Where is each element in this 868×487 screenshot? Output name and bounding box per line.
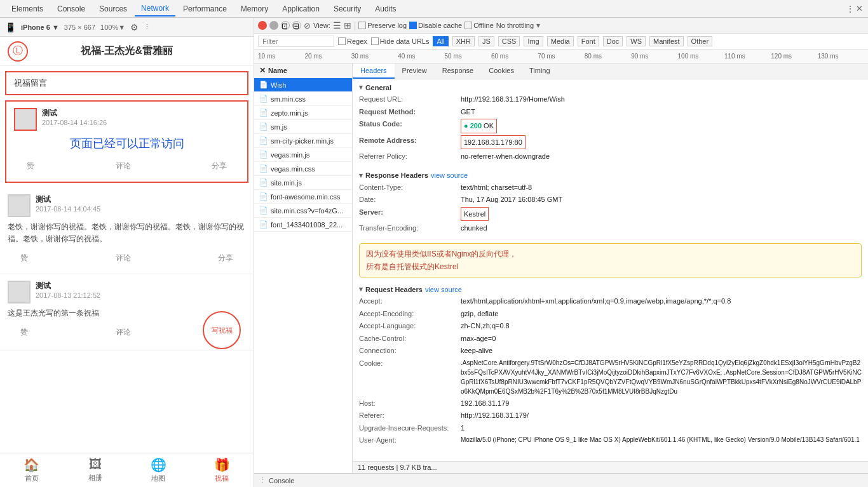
filter-input[interactable] [258,36,334,47]
offline-checkbox[interactable]: Offline [465,22,494,29]
devtools-tab-audits[interactable]: Audits [369,2,402,16]
devtools-tab-memory[interactable]: Memory [234,2,275,16]
type-xhr[interactable]: XHR [452,36,475,46]
type-css[interactable]: CSS [498,36,520,46]
disable-cache-checkbox[interactable]: Disable cache [409,22,462,29]
search-toggle[interactable]: ⊟ [292,21,301,30]
devtools-tab-performance[interactable]: Performance [177,2,233,16]
like-btn-3[interactable]: 赞 [20,327,28,338]
tm-80: 80 ms [585,53,631,60]
share-btn-1[interactable]: 分享 [212,161,227,171]
preserve-log-checkbox[interactable]: Preserve log [358,22,407,29]
file-item-site-css[interactable]: 📄 site.min.css?v=fo4zG... [254,204,352,218]
detail-tab-preview[interactable]: Preview [395,63,435,79]
devtools-tab-security[interactable]: Security [327,2,367,16]
host-label: Host: [359,398,461,409]
type-doc[interactable]: Doc [603,36,623,46]
devtools-tab-console[interactable]: Console [51,2,92,16]
comment-btn-1[interactable]: 评论 [116,161,131,171]
type-img[interactable]: Img [524,36,543,46]
view-icon-2[interactable]: ⊞ [344,20,351,30]
like-btn-2[interactable]: 赞 [20,253,28,264]
share-btn-2[interactable]: 分享 [218,253,233,264]
file-item-sm-city[interactable]: 📄 sm-city-picker.min.js [254,134,352,148]
album-icon: 🖼 [89,457,102,472]
devtools-tab-sources[interactable]: Sources [93,2,133,16]
devtools-tab-elements[interactable]: Elements [5,2,50,16]
console-bar[interactable]: ⋮ Console [254,473,868,487]
hide-data-checkbox[interactable]: Hide data URLs [371,37,430,45]
request-url-val: http://192.168.31.179/Home/Wish [461,94,565,105]
type-manifest[interactable]: Manifest [649,36,684,46]
type-other[interactable]: Other [688,36,713,46]
type-font[interactable]: Font [578,36,599,46]
file-item-sm-js[interactable]: 📄 sm.js [254,120,352,134]
file-item-font-awesome[interactable]: 📄 font-awesome.min.css [254,190,352,204]
detail-tab-response[interactable]: Response [435,63,482,79]
devtools-tab-network[interactable]: Network [135,1,175,17]
nav-album[interactable]: 🖼 相册 [64,457,127,483]
server-val: Kestrel [461,207,489,222]
device-dimensions: 375 × 667 [64,23,95,31]
file-item-zepto[interactable]: 📄 zepto.min.js [254,106,352,120]
host-val: 192.168.31.179 [461,398,509,409]
devtools-more-icon[interactable]: ⋮ [846,4,855,14]
bottom-navigation: 🏠 首页 🖼 相册 🌐 地图 🎁 祝福 [0,453,254,487]
file-icon-font: 📄 [259,220,268,229]
file-item-sm-css[interactable]: 📄 sm.min.css [254,92,352,106]
transfer-label: Transfer-Encoding: [359,223,461,234]
type-js[interactable]: JS [478,36,494,46]
more-options-icon[interactable]: ⋮ [144,23,151,31]
detail-tab-cookies[interactable]: Cookies [481,63,522,79]
write-wish-button[interactable]: 写祝福 [203,311,241,349]
view-source-request[interactable]: view source [425,286,462,293]
type-all[interactable]: All [433,36,448,46]
close-file-panel-icon[interactable]: ✕ [259,66,266,75]
device-toggle-icon[interactable]: 📱 [5,22,16,32]
status-text: 11 requests | 9.7 KB tra... [358,464,437,471]
regex-checkbox[interactable]: Regex [338,37,367,45]
comment-btn-3[interactable]: 评论 [116,327,131,338]
detail-tab-headers[interactable]: Headers [353,63,395,79]
view-icon-1[interactable]: ☰ [333,20,341,30]
detail-tab-timing[interactable]: Timing [522,63,558,79]
device-toolbar: 📱 iPhone 6 ▼ 375 × 667 100%▼ ⚙ ⋮ [0,18,254,37]
map-icon: 🌐 [151,457,166,472]
file-item-wish[interactable]: 📄 Wish [254,78,352,92]
post-actions-2: 赞 评论 分享 [8,249,246,267]
remote-address-val: 192.168.31.179:80 [461,135,526,150]
nav-home[interactable]: 🏠 首页 [0,457,64,483]
status-bar: 11 requests | 9.7 KB tra... [353,461,868,473]
file-item-vegas-js[interactable]: 📄 vegas.min.js [254,148,352,162]
view-source-response[interactable]: view source [431,171,468,179]
zoom-level[interactable]: 100%▼ [100,23,125,31]
file-item-font[interactable]: 📄 font_1433401008_22... [254,218,352,232]
settings-icon[interactable]: ⚙ [130,22,139,32]
type-media[interactable]: Media [547,36,574,46]
nav-wish[interactable]: 🎁 祝福 [190,457,254,483]
nav-map[interactable]: 🌐 地图 [127,457,191,483]
filter-icon[interactable]: ⊘ [304,21,311,30]
file-item-site-js[interactable]: 📄 site.min.js [254,176,352,190]
tm-50: 50 ms [445,53,491,60]
devtools-tab-application[interactable]: Application [276,2,326,16]
ua-val: Mozilla/5.0 (iPhone; CPU iPhone OS 9_1 l… [461,435,860,446]
connection-val: keep-alive [461,345,492,356]
clear-button[interactable] [269,21,278,30]
detail-panel: Headers Preview Response Cookies Timing … [353,63,868,473]
device-label[interactable]: iPhone 6 ▼ [21,23,59,31]
record-button[interactable] [258,21,267,30]
accept-encoding-val: gzip, deflate [461,309,498,319]
upgrade-val: 1 [461,423,465,434]
comment-btn-2[interactable]: 评论 [116,253,131,264]
filter-toggle[interactable]: ⊡ [281,21,290,30]
timeline-bar: 10 ms 20 ms 30 ms 40 ms 50 ms 60 ms 70 m… [254,50,868,63]
like-btn-1[interactable]: 赞 [27,161,34,171]
date-val: Thu, 17 Aug 2017 16:08:45 GMT [461,194,562,205]
type-ws[interactable]: WS [627,36,646,46]
throttle-chevron[interactable]: ▾ [536,21,540,30]
file-item-vegas-css[interactable]: 📄 vegas.min.css [254,162,352,176]
timeline-markers: 10 ms 20 ms 30 ms 40 ms 50 ms 60 ms 70 m… [258,53,864,60]
devtools-close-btn[interactable]: ✕ [856,4,863,13]
hide-data-box [371,37,379,45]
